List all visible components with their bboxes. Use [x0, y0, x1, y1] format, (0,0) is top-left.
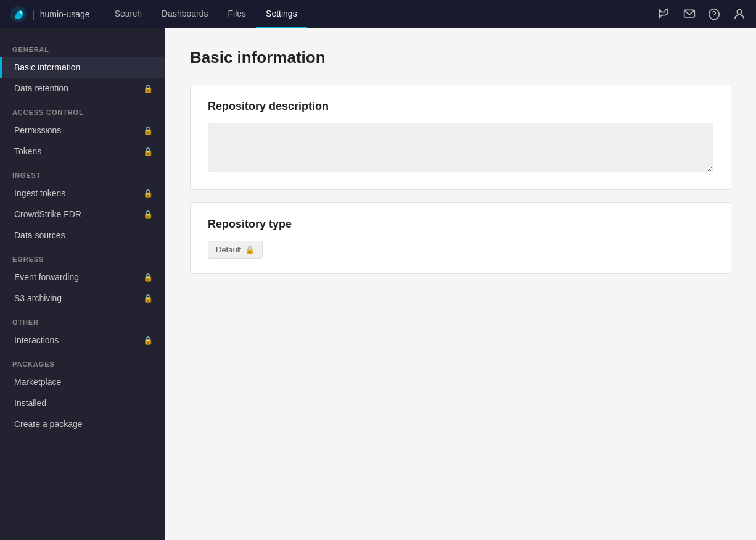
sidebar-item-create-package[interactable]: Create a package — [0, 413, 165, 434]
sidebar-item-label: S3 archiving — [14, 293, 62, 303]
sidebar-item-label: CrowdStrike FDR — [14, 209, 81, 219]
logo-area[interactable] — [10, 6, 27, 23]
repository-type-card: Repository type Default 🔒 — [190, 202, 731, 274]
sidebar-section-general: General — [0, 36, 165, 57]
nav-settings[interactable]: Settings — [256, 0, 307, 28]
sidebar-item-label: Event forwarding — [14, 272, 79, 282]
message-icon[interactable] — [683, 8, 696, 20]
svg-point-5 — [737, 10, 741, 14]
sidebar: General Basic information Data retention… — [0, 28, 165, 540]
humio-logo-icon — [10, 6, 27, 23]
lock-icon: 🔒 — [245, 245, 255, 254]
megaphone-icon[interactable] — [659, 8, 671, 20]
repository-type-button[interactable]: Default 🔒 — [208, 241, 263, 259]
nav-dashboards[interactable]: Dashboards — [152, 0, 218, 28]
sidebar-item-crowdstrike-fdr[interactable]: CrowdStrike FDR 🔒 — [0, 204, 165, 225]
lock-icon: 🔒 — [143, 294, 153, 303]
sidebar-item-label: Permissions — [14, 125, 61, 135]
sidebar-item-label: Ingest tokens — [14, 188, 65, 198]
lock-icon: 🔒 — [143, 273, 153, 282]
sidebar-section-other: Other — [0, 309, 165, 330]
sidebar-item-s3-archiving[interactable]: S3 archiving 🔒 — [0, 288, 165, 309]
repository-type-label: Default — [216, 245, 241, 254]
workspace-name: humio-usage — [40, 9, 90, 19]
sidebar-item-label: Installed — [14, 398, 46, 408]
sidebar-item-label: Data sources — [14, 230, 65, 240]
sidebar-item-ingest-tokens[interactable]: Ingest tokens 🔒 — [0, 183, 165, 204]
sidebar-item-label: Basic information — [14, 62, 80, 72]
sidebar-item-interactions[interactable]: Interactions 🔒 — [0, 330, 165, 351]
nav-links: Search Dashboards Files Settings — [105, 0, 307, 28]
nav-search[interactable]: Search — [105, 0, 152, 28]
lock-icon: 🔒 — [143, 189, 153, 198]
sidebar-item-event-forwarding[interactable]: Event forwarding 🔒 — [0, 267, 165, 288]
sidebar-item-label: Tokens — [14, 146, 41, 156]
sidebar-item-label: Data retention — [14, 83, 68, 93]
sidebar-item-label: Create a package — [14, 419, 83, 429]
nav-separator: | — [32, 8, 35, 21]
sidebar-section-access-control: Access control — [0, 99, 165, 120]
sidebar-item-basic-information[interactable]: Basic information — [0, 57, 165, 78]
user-icon[interactable] — [733, 7, 746, 21]
lock-icon: 🔒 — [143, 336, 153, 345]
sidebar-item-label: Interactions — [14, 335, 59, 345]
lock-icon: 🔒 — [143, 147, 153, 156]
help-icon[interactable] — [708, 8, 720, 20]
top-navigation: | humio-usage Search Dashboards Files Se… — [0, 0, 756, 28]
main-layout: General Basic information Data retention… — [0, 28, 756, 540]
topnav-right-icons — [659, 7, 746, 21]
sidebar-item-data-sources[interactable]: Data sources — [0, 225, 165, 246]
svg-point-1 — [20, 12, 22, 14]
sidebar-item-data-retention[interactable]: Data retention 🔒 — [0, 78, 165, 99]
repository-type-title: Repository type — [208, 218, 713, 231]
sidebar-section-packages: Packages — [0, 351, 165, 372]
lock-icon: 🔒 — [143, 126, 153, 135]
sidebar-item-marketplace[interactable]: Marketplace — [0, 372, 165, 393]
sidebar-item-permissions[interactable]: Permissions 🔒 — [0, 120, 165, 141]
content-area: Basic information Repository description… — [165, 28, 756, 540]
nav-files[interactable]: Files — [218, 0, 256, 28]
sidebar-item-label: Marketplace — [14, 377, 61, 387]
sidebar-section-ingest: Ingest — [0, 162, 165, 183]
repository-description-title: Repository description — [208, 100, 713, 113]
sidebar-item-tokens[interactable]: Tokens 🔒 — [0, 141, 165, 162]
page-title: Basic information — [190, 48, 731, 67]
lock-icon: 🔒 — [143, 210, 153, 219]
sidebar-item-installed[interactable]: Installed — [0, 393, 165, 413]
sidebar-section-egress: Egress — [0, 246, 165, 267]
repository-description-card: Repository description — [190, 85, 731, 190]
repository-description-textarea[interactable] — [208, 123, 713, 172]
lock-icon: 🔒 — [143, 84, 153, 93]
